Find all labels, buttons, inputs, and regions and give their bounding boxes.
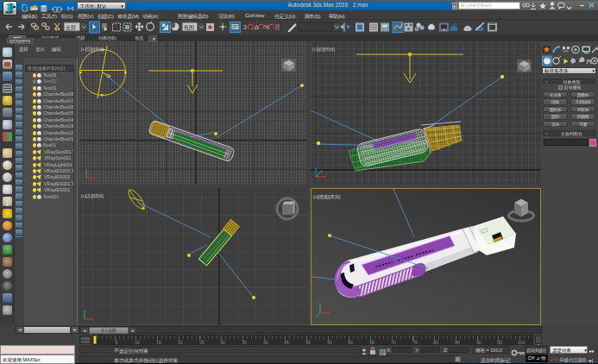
svg-text:3: 3 bbox=[243, 24, 247, 30]
svg-text:全部: 全部 bbox=[65, 24, 76, 31]
svg-text:视图: 视图 bbox=[184, 24, 194, 31]
